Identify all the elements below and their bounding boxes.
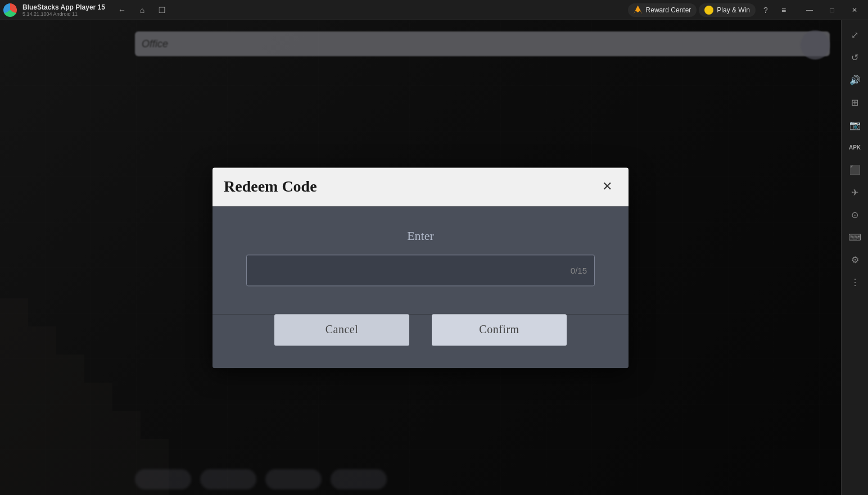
input-wrapper: 0/15 (246, 255, 595, 286)
home-icon: ⌂ (140, 6, 144, 15)
close-button[interactable]: ✕ (843, 0, 866, 20)
close-x-icon: ✕ (602, 179, 612, 194)
reward-center-label: Reward Center (646, 6, 691, 14)
sidebar-btn-1[interactable]: ⤢ (845, 25, 865, 45)
coin-icon (704, 6, 713, 15)
keyboard-icon: ⌨ (848, 232, 861, 243)
copy-button[interactable]: ❐ (155, 2, 170, 18)
main-content: Office Redeem Code ✕ Enter 0/15 (0, 20, 841, 495)
bs-logo-circle (3, 3, 17, 17)
maximize-icon: □ (830, 6, 834, 14)
grid-icon: ⊞ (851, 97, 858, 108)
close-icon: ✕ (852, 6, 857, 14)
sidebar-btn-9[interactable]: ⊙ (845, 205, 865, 225)
dialog-wrapper: Redeem Code ✕ Enter 0/15 Cancel Confirm (213, 167, 629, 368)
window-controls: — □ ✕ (798, 0, 866, 20)
sidebar-btn-more[interactable]: ⋮ (845, 272, 865, 292)
help-button[interactable]: ? (758, 2, 774, 18)
play-win-label: Play & Win (717, 6, 750, 14)
app-version: 5.14.21.1004 Android 11 (22, 11, 105, 17)
home-button[interactable]: ⌂ (134, 2, 150, 18)
right-sidebar: ⤢ ↺ 🔊 ⊞ 📷 APK ⬛ ✈ ⊙ ⌨ ⚙ ⋮ (841, 20, 868, 495)
cancel-button[interactable]: Cancel (274, 314, 409, 346)
titlebar-right: Reward Center Play & Win ? ≡ — □ ✕ (628, 0, 866, 20)
sidebar-btn-4[interactable]: ⊞ (845, 92, 865, 112)
airplane-icon: ✈ (851, 187, 858, 198)
redeem-code-dialog: Redeem Code ✕ Enter 0/15 Cancel Confirm (213, 167, 629, 368)
sidebar-btn-8[interactable]: ✈ (845, 182, 865, 202)
bluestacks-logo (0, 0, 20, 20)
sidebar-btn-3[interactable]: 🔊 (845, 70, 865, 90)
dialog-title: Redeem Code (224, 178, 317, 196)
sidebar-btn-5[interactable]: 📷 (845, 115, 865, 135)
menu-button[interactable]: ≡ (776, 2, 792, 18)
location-icon: ⊙ (851, 210, 858, 220)
help-icon: ? (763, 6, 768, 15)
reward-center-button[interactable]: Reward Center (628, 3, 697, 17)
dialog-header: Redeem Code ✕ (213, 167, 629, 206)
more-icon: ⋮ (851, 277, 860, 288)
sidebar-btn-10[interactable]: ⌨ (845, 227, 865, 247)
crown-icon (634, 6, 643, 15)
back-button[interactable]: ← (114, 2, 130, 18)
app-info: BlueStacks App Player 15 5.14.21.1004 An… (20, 3, 105, 17)
apk-icon: APK (849, 144, 861, 151)
sidebar-btn-2[interactable]: ↺ (845, 47, 865, 67)
dialog-footer: Cancel Confirm (213, 314, 629, 368)
back-icon: ← (118, 6, 126, 15)
expand-icon: ⤢ (851, 30, 858, 40)
confirm-button[interactable]: Confirm (432, 314, 567, 346)
rotate-icon: ↺ (851, 52, 858, 63)
copy-icon: ❐ (159, 6, 166, 15)
minimize-icon: — (806, 6, 813, 14)
dialog-close-button[interactable]: ✕ (597, 176, 617, 197)
enter-label: Enter (407, 229, 434, 243)
camera-icon: 📷 (849, 120, 861, 130)
dialog-body: Enter 0/15 (213, 206, 629, 314)
sidebar-btn-7[interactable]: ⬛ (845, 160, 865, 180)
screenshot-icon: ⬛ (849, 165, 861, 175)
settings-icon: ⚙ (851, 255, 859, 265)
titlebar: BlueStacks App Player 15 5.14.21.1004 An… (0, 0, 868, 20)
app-name: BlueStacks App Player 15 (22, 3, 105, 11)
sidebar-btn-6[interactable]: APK (845, 137, 865, 157)
minimize-button[interactable]: — (798, 0, 821, 20)
titlebar-nav: ← ⌂ ❐ (114, 2, 170, 18)
code-input[interactable] (246, 255, 595, 286)
play-win-button[interactable]: Play & Win (699, 3, 756, 17)
volume-icon: 🔊 (849, 75, 861, 85)
sidebar-btn-settings[interactable]: ⚙ (845, 249, 865, 270)
maximize-button[interactable]: □ (821, 0, 843, 20)
hamburger-icon: ≡ (781, 6, 786, 15)
